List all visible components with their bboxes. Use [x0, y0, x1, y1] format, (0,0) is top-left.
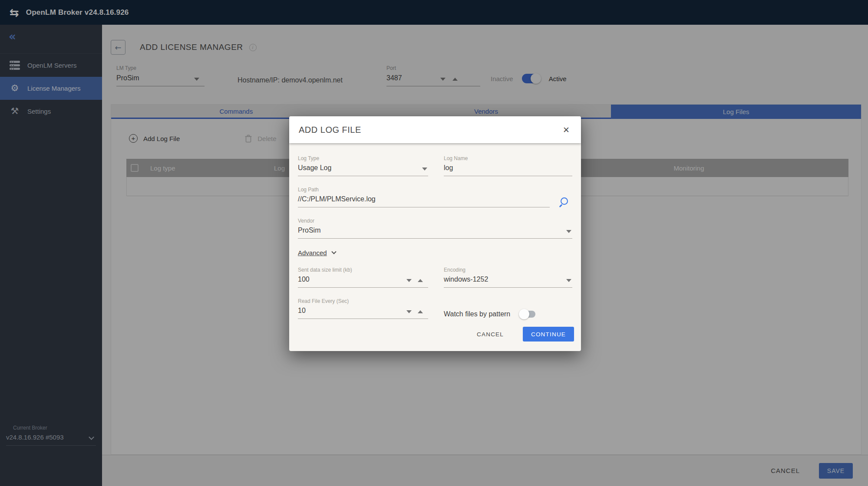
dialog-header: ADD LOG FILE ✕ — [289, 116, 581, 143]
dialog-body: Log Type Usage Log Log Name log Log Path… — [289, 143, 581, 319]
vendor-label: Vendor — [298, 218, 572, 224]
log-name-value: log — [444, 164, 572, 176]
spinner-down-icon[interactable] — [406, 279, 412, 282]
advanced-toggle[interactable]: Advanced — [298, 249, 572, 256]
log-type-select[interactable]: Log Type Usage Log — [298, 155, 428, 176]
add-log-file-dialog: ADD LOG FILE ✕ Log Type Usage Log Log Na… — [289, 116, 581, 351]
vendor-select[interactable]: Vendor ProSim — [298, 218, 572, 239]
dialog-continue-button[interactable]: CONTINUE — [523, 327, 574, 342]
vendor-value: ProSim — [298, 227, 572, 239]
read-file-every-label: Read File Every (Sec) — [298, 298, 428, 304]
log-type-value: Usage Log — [298, 164, 428, 176]
chevron-down-icon — [331, 249, 336, 254]
encoding-select[interactable]: Encoding windows-1252 — [444, 267, 572, 288]
log-path-label: Log Path — [298, 187, 550, 193]
advanced-label: Advanced — [298, 249, 327, 256]
log-name-label: Log Name — [444, 155, 572, 161]
close-icon[interactable]: ✕ — [563, 125, 570, 135]
app-root: ⇆ OpenLM Broker v24.8.16.926 « OpenLM Se… — [0, 0, 868, 486]
dropdown-arrow-icon[interactable] — [422, 167, 427, 171]
log-type-label: Log Type — [298, 155, 428, 161]
spinner-up-icon[interactable] — [418, 279, 423, 282]
read-file-every-stepper[interactable]: Read File Every (Sec) 10 — [298, 298, 428, 319]
spinner-up-icon[interactable] — [418, 310, 423, 313]
dialog-footer: CANCEL CONTINUE — [289, 319, 581, 351]
watch-files-label: Watch files by pattern — [444, 310, 510, 318]
log-name-field[interactable]: Log Name log — [444, 155, 572, 176]
dialog-cancel-button[interactable]: CANCEL — [471, 328, 510, 341]
dropdown-arrow-icon[interactable] — [566, 230, 571, 233]
sent-data-limit-label: Sent data size limit (kb) — [298, 267, 428, 273]
watch-files-toggle[interactable] — [520, 311, 535, 318]
encoding-label: Encoding — [444, 267, 572, 273]
search-icon[interactable] — [561, 197, 568, 205]
spinner-down-icon[interactable] — [406, 310, 412, 313]
log-path-value: //C:/PLM/PLMService.log — [298, 195, 550, 207]
dropdown-arrow-icon[interactable] — [566, 279, 571, 282]
sent-data-limit-stepper[interactable]: Sent data size limit (kb) 100 — [298, 267, 428, 288]
dialog-title: ADD LOG FILE — [299, 125, 361, 135]
encoding-value: windows-1252 — [444, 276, 572, 288]
log-path-field[interactable]: Log Path //C:/PLM/PLMService.log — [298, 187, 550, 207]
watch-files-row: Watch files by pattern — [444, 309, 572, 319]
